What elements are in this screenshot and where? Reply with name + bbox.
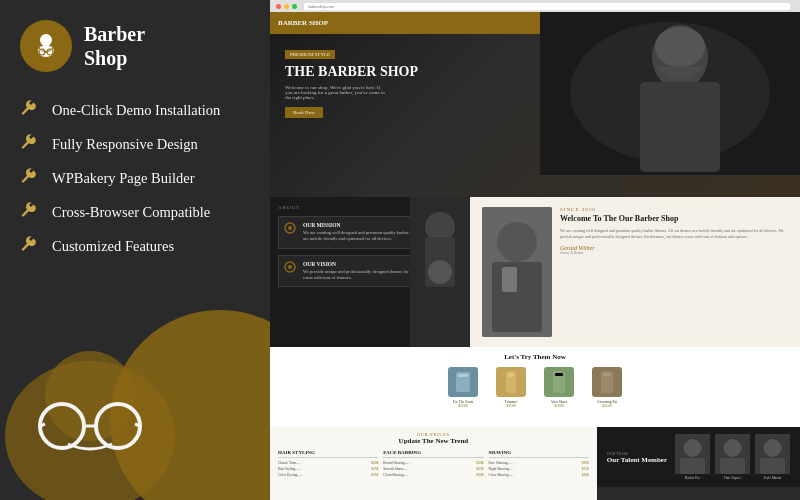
hero-cta-button[interactable]: Book Now bbox=[285, 107, 323, 118]
pricing-face-row-2: Smooth Shave...... $25$ bbox=[383, 467, 483, 471]
pricing-hair-title: HAIR STYLING bbox=[278, 450, 378, 458]
left-panel: Barber Shop One-Click Demo Installation … bbox=[0, 0, 270, 500]
mockup-products: Let's Try Them Now For The Gents $25.00 bbox=[270, 347, 800, 427]
wrench-icon-3 bbox=[20, 168, 40, 188]
pricing-shaving-row-1: Face Shaving...... $30$ bbox=[489, 461, 589, 465]
feature-item-4: Cross-Browser Compatible bbox=[20, 202, 250, 222]
svg-point-20 bbox=[288, 265, 292, 269]
mockup-welcome: SINCE 2016 Welcome To The Our Barber Sho… bbox=[470, 197, 800, 347]
pricing-hair-row-2: Hair Styling....... $25$ bbox=[278, 467, 378, 471]
pricing-shaving-row-3: Close Shaving..... $20$ bbox=[489, 473, 589, 477]
welcome-signature-title: Owner & Barber bbox=[560, 251, 788, 255]
chrome-minimize[interactable] bbox=[284, 4, 289, 9]
svg-rect-37 bbox=[555, 373, 563, 376]
svg-line-10 bbox=[40, 424, 45, 426]
brand-area: Barber Shop bbox=[20, 20, 250, 72]
svg-point-16 bbox=[655, 27, 705, 67]
wrench-icon-4 bbox=[20, 202, 40, 222]
feature-item-3: WPBakery Page Builder bbox=[20, 168, 250, 188]
feature-label-1: One-Click Demo Installation bbox=[52, 102, 220, 119]
product-card-4: Grooming Kit $45.00 bbox=[587, 367, 627, 408]
product-image-3 bbox=[544, 367, 574, 397]
welcome-text: SINCE 2016 Welcome To The Our Barber Sho… bbox=[560, 207, 788, 337]
brand-logo bbox=[20, 20, 72, 72]
team-photo-1 bbox=[675, 434, 710, 474]
product-card-3: After Shave $18.00 bbox=[539, 367, 579, 408]
hero-badge: PREMIUM STYLE bbox=[285, 50, 335, 59]
team-member-3: Style Master bbox=[755, 434, 790, 480]
hero-content: PREMIUM STYLE THE BARBER SHOP Welcome to… bbox=[285, 42, 418, 118]
team-photo-3 bbox=[755, 434, 790, 474]
mockup-row2: ABOUT OUR MISSION We are creating well d… bbox=[270, 197, 800, 347]
welcome-image bbox=[482, 207, 552, 337]
feature-item-1: One-Click Demo Installation bbox=[20, 100, 250, 120]
product-price-3: $18.00 bbox=[539, 404, 579, 408]
welcome-signature: Gerald Wilber Owner & Barber bbox=[560, 245, 788, 255]
feature-item-2: Fully Responsive Design bbox=[20, 134, 250, 154]
team-text: Our Team Our Talent Member bbox=[607, 451, 667, 464]
product-image-1 bbox=[448, 367, 478, 397]
team-members: Barber Pro Hair Expert bbox=[675, 434, 790, 480]
svg-point-42 bbox=[684, 439, 702, 457]
chrome-close[interactable] bbox=[276, 4, 281, 9]
svg-point-26 bbox=[497, 222, 537, 262]
team-member-1: Barber Pro bbox=[675, 434, 710, 480]
pricing-face-title: FACE BARBING bbox=[383, 450, 483, 458]
svg-rect-43 bbox=[680, 458, 705, 474]
svg-rect-34 bbox=[508, 373, 514, 377]
feature-label-2: Fully Responsive Design bbox=[52, 136, 198, 153]
right-panel: barbershop.com BARBER SHOP Home About Bl… bbox=[270, 0, 800, 500]
product-price-4: $45.00 bbox=[587, 404, 627, 408]
products-grid: For The Gents $25.00 Trimmer $35.00 bbox=[280, 367, 790, 408]
features-list: One-Click Demo Installation Fully Respon… bbox=[20, 100, 250, 256]
feature-label-5: Customized Features bbox=[52, 238, 174, 255]
product-image-2 bbox=[496, 367, 526, 397]
mockup-team: Our Team Our Talent Member Barber Pro bbox=[597, 427, 800, 487]
browser-chrome: barbershop.com bbox=[270, 0, 800, 12]
welcome-description: We are creating well designed and premiu… bbox=[560, 228, 788, 240]
wrench-icon-2 bbox=[20, 134, 40, 154]
product-card-2: Trimmer $35.00 bbox=[491, 367, 531, 408]
brand-name: Barber Shop bbox=[84, 22, 145, 70]
welcome-section-label: SINCE 2016 bbox=[560, 207, 788, 212]
pricing-face-row-3: Clean Shaving..... $30$ bbox=[383, 473, 483, 477]
about-side-image bbox=[410, 197, 470, 347]
mission-icon bbox=[284, 222, 298, 236]
svg-line-11 bbox=[135, 424, 140, 426]
pricing-col-shaving: SHAVING Face Shaving...... $30$ Night Sh… bbox=[489, 450, 589, 479]
pricing-col-face: FACE BARBING Round Shaving..... $20$ Smo… bbox=[383, 450, 483, 479]
svg-rect-15 bbox=[640, 82, 720, 172]
pricing-hair-row-1: Classic Trim...... $20$ bbox=[278, 461, 378, 465]
team-name-3: Style Master bbox=[755, 476, 790, 480]
team-name-1: Barber Pro bbox=[675, 476, 710, 480]
hero-barber-image bbox=[540, 12, 800, 175]
mockup-content: BARBER SHOP Home About Blog Contact PREM… bbox=[270, 12, 800, 500]
svg-rect-31 bbox=[458, 374, 468, 377]
pricing-hair-row-3: Color Dyeing...... $35$ bbox=[278, 473, 378, 477]
products-section-title: Let's Try Them Now bbox=[280, 353, 790, 361]
pricing-face-row-1: Round Shaving..... $20$ bbox=[383, 461, 483, 465]
product-card-1: For The Gents $25.00 bbox=[443, 367, 483, 408]
welcome-content: SINCE 2016 Welcome To The Our Barber Sho… bbox=[482, 207, 788, 337]
svg-rect-46 bbox=[720, 458, 745, 474]
chrome-maximize[interactable] bbox=[292, 4, 297, 9]
svg-point-18 bbox=[288, 226, 292, 230]
pricing-section-title: Update The New Trend bbox=[278, 437, 589, 445]
svg-point-24 bbox=[428, 260, 452, 284]
svg-rect-40 bbox=[603, 373, 611, 376]
svg-point-48 bbox=[764, 439, 782, 457]
product-price-1: $25.00 bbox=[443, 404, 483, 408]
mockup-hero: BARBER SHOP Home About Blog Contact PREM… bbox=[270, 12, 800, 197]
team-name-2: Hair Expert bbox=[715, 476, 750, 480]
hero-title: THE BARBER SHOP bbox=[285, 64, 418, 81]
mockup-pricing: Our Prices Update The New Trend HAIR STY… bbox=[270, 427, 597, 500]
svg-rect-49 bbox=[760, 458, 785, 474]
chrome-url-bar[interactable]: barbershop.com bbox=[304, 3, 790, 10]
feature-label-3: WPBakery Page Builder bbox=[52, 170, 195, 187]
product-price-2: $35.00 bbox=[491, 404, 531, 408]
team-title: Our Talent Member bbox=[607, 456, 667, 464]
pricing-col-hair: HAIR STYLING Classic Trim...... $20$ Hai… bbox=[278, 450, 378, 479]
beard-decoration bbox=[0, 336, 190, 500]
pricing-shaving-title: SHAVING bbox=[489, 450, 589, 458]
bottom-row: Our Prices Update The New Trend HAIR STY… bbox=[270, 427, 800, 500]
